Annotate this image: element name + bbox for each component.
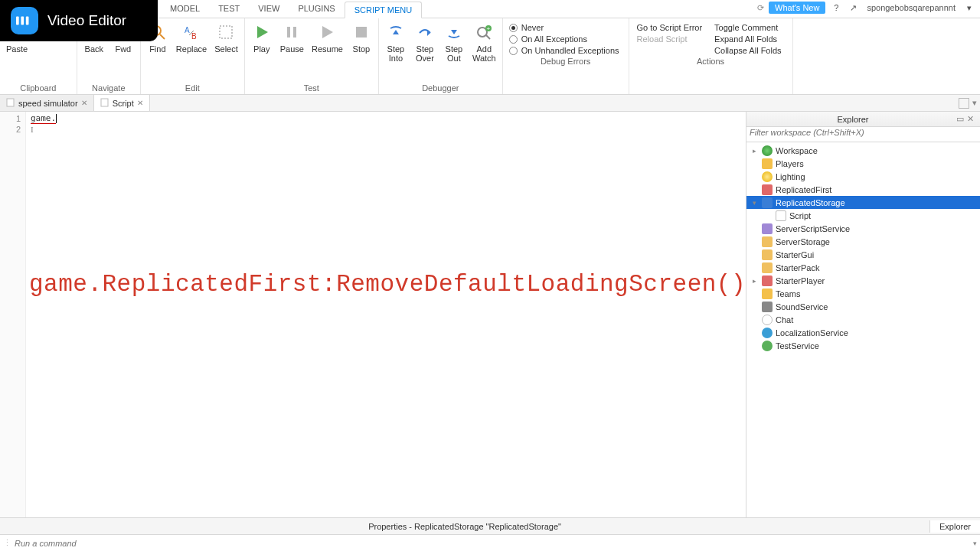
svg-rect-24 xyxy=(7,99,14,106)
radio-icon xyxy=(509,24,518,32)
expand-icon[interactable]: ▸ xyxy=(750,147,759,155)
doc-tab-icon xyxy=(100,98,109,109)
command-input[interactable] xyxy=(15,539,977,548)
doc-tab-close-icon[interactable]: ✕ xyxy=(137,99,143,107)
tree-node-starterpack[interactable]: StarterPack xyxy=(746,261,980,274)
replic-icon xyxy=(762,184,773,195)
storage-icon xyxy=(762,197,773,208)
debug-error-option-0[interactable]: Never xyxy=(509,23,619,32)
select-button[interactable]: Select xyxy=(211,20,241,55)
svg-text:B: B xyxy=(191,32,197,41)
tree-label: ServerScriptService xyxy=(776,224,850,233)
toggle-comment-button[interactable]: Toggle Comment xyxy=(714,23,781,32)
panel-close-icon[interactable]: ✕ xyxy=(965,114,975,124)
collapse-all-folds-button[interactable]: Collapse All Folds xyxy=(714,46,781,55)
tree-label: Script xyxy=(789,211,811,220)
document-tabs: speed simulator✕Script✕ ▾ xyxy=(0,95,980,112)
debug-error-option-2[interactable]: On Unhandled Exceptions xyxy=(509,46,619,55)
svg-rect-16 xyxy=(356,27,367,37)
user-dropdown-icon[interactable]: ▾ xyxy=(963,2,975,14)
test-icon xyxy=(762,341,773,351)
tree-node-teams[interactable]: Teams xyxy=(746,287,980,300)
svg-text:+: + xyxy=(487,25,491,32)
tab-model[interactable]: MODEL xyxy=(161,1,209,18)
tree-label: StarterPlayer xyxy=(776,276,825,285)
tree-label: StarterPack xyxy=(776,263,819,272)
tree-node-serverstorage[interactable]: ServerStorage xyxy=(746,235,980,248)
expand-icon[interactable]: ▸ xyxy=(750,277,759,285)
tree-node-script[interactable]: Script xyxy=(746,209,980,222)
debug-error-option-1[interactable]: On All Exceptions xyxy=(509,34,619,44)
svg-marker-19 xyxy=(451,30,457,34)
tree-node-soundservice[interactable]: SoundService xyxy=(746,300,980,313)
doc-tab-close-icon[interactable]: ✕ xyxy=(81,99,87,107)
command-history-icon[interactable]: ▾ xyxy=(973,540,977,547)
expand-all-folds-button[interactable]: Expand All Folds xyxy=(714,34,781,44)
tree-node-chat[interactable]: Chat xyxy=(746,313,980,326)
step-out-button[interactable]: Step Out xyxy=(440,20,468,64)
tree-node-serverscriptservice[interactable]: ServerScriptService xyxy=(746,222,980,235)
panel-popout-icon[interactable]: ▭ xyxy=(955,114,965,124)
go-to-script-error-button[interactable]: Go to Script Error xyxy=(637,23,703,32)
step-into-button[interactable]: Step Into xyxy=(382,20,410,64)
tab-view[interactable]: VIEW xyxy=(249,1,289,18)
tab-plugins[interactable]: PLUGINS xyxy=(289,1,344,18)
expand-icon[interactable]: ▾ xyxy=(750,199,759,207)
tree-node-lighting[interactable]: Lighting xyxy=(746,170,980,183)
split-view-icon[interactable] xyxy=(959,98,969,109)
group-test-label: Test xyxy=(248,82,375,94)
play-button[interactable]: Play xyxy=(248,20,276,55)
tree-node-workspace[interactable]: ▸Workspace xyxy=(746,144,980,157)
group-navigate-label: Navigate xyxy=(80,82,137,94)
doc-tab-script[interactable]: Script✕ xyxy=(94,95,150,111)
tree-label: ReplicatedFirst xyxy=(776,185,831,194)
group-actions-label: Actions xyxy=(632,55,789,67)
folder-icon xyxy=(762,236,773,247)
tree-node-replicatedstorage[interactable]: ▾ReplicatedStorage xyxy=(746,196,980,209)
properties-strip: Properties - ReplicatedStorage "Replicat… xyxy=(0,517,980,534)
tree-label: StarterGui xyxy=(776,250,814,259)
add-watch-button[interactable]: +Add Watch xyxy=(469,20,499,64)
stop-button[interactable]: Stop xyxy=(348,20,375,55)
svg-rect-13 xyxy=(287,27,290,37)
code-editor[interactable]: 12 game.I game.ReplicatedFirst:RemoveDef… xyxy=(0,112,746,517)
tree-node-localizationservice[interactable]: LocalizationService xyxy=(746,326,980,339)
overlay-logo-icon xyxy=(11,7,38,34)
overlay-code-text: game.ReplicatedFirst:RemoveDefaultLoadin… xyxy=(29,271,746,298)
properties-title: Properties - ReplicatedStorage "Replicat… xyxy=(0,522,929,531)
tab-overflow-icon[interactable]: ▾ xyxy=(972,98,977,108)
user-name[interactable]: spongebobsqarepannnt xyxy=(864,3,959,12)
folder-icon xyxy=(762,262,773,273)
doc-tab-speed-simulator[interactable]: speed simulator✕ xyxy=(0,95,94,111)
tree-node-players[interactable]: Players xyxy=(746,157,980,170)
group-edit-label: Edit xyxy=(144,82,241,94)
svg-marker-17 xyxy=(393,30,399,34)
step-over-button[interactable]: Step Over xyxy=(411,20,439,64)
chat-icon xyxy=(762,315,773,325)
svg-rect-2 xyxy=(26,17,29,25)
svg-rect-14 xyxy=(293,27,296,37)
svg-rect-0 xyxy=(16,17,19,25)
resume-button[interactable]: Resume xyxy=(309,20,346,55)
tab-test[interactable]: TEST xyxy=(209,1,249,18)
tree-node-starterplayer[interactable]: ▸StarterPlayer xyxy=(746,274,980,287)
svg-marker-15 xyxy=(322,26,333,38)
tree-node-testservice[interactable]: TestService xyxy=(746,339,980,352)
filter-workspace-input[interactable] xyxy=(750,128,977,137)
reload-script-button[interactable]: Reload Script xyxy=(637,34,703,44)
help-icon[interactable]: ? xyxy=(830,2,842,14)
tree-node-startergui[interactable]: StarterGui xyxy=(746,248,980,261)
tab-script-menu[interactable]: SCRIPT MENU xyxy=(345,2,423,18)
tree-node-replicatedfirst[interactable]: ReplicatedFirst xyxy=(746,183,980,196)
replace-button[interactable]: ABReplace xyxy=(173,20,210,55)
explorer-tree[interactable]: ▸WorkspacePlayersLightingReplicatedFirst… xyxy=(746,142,980,517)
restore-down-icon[interactable]: ⟳ xyxy=(757,3,764,13)
properties-explorer-tab[interactable]: Explorer xyxy=(929,520,980,533)
whats-new-button[interactable]: What's New xyxy=(769,2,825,14)
share-icon[interactable]: ↗ xyxy=(847,2,859,14)
tree-label: Lighting xyxy=(776,172,805,181)
teams-icon xyxy=(762,289,773,299)
pause-button[interactable]: Pause xyxy=(277,20,307,55)
svg-rect-1 xyxy=(21,17,24,25)
command-bar: ⋮ ▾ xyxy=(0,534,980,551)
